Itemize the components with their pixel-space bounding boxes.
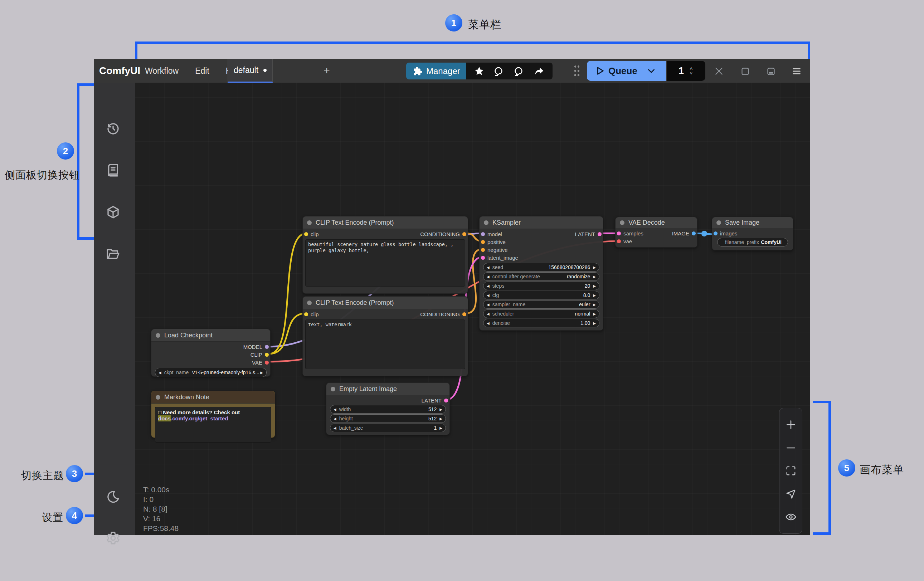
chevron-down-icon[interactable] bbox=[647, 66, 656, 76]
node-header[interactable]: Save Image bbox=[712, 217, 793, 228]
node-markdown-note[interactable]: Markdown Note □ Need more details? Check… bbox=[151, 391, 275, 438]
node-header[interactable]: CLIP Text Encode (Prompt) bbox=[303, 296, 468, 309]
widget-control-after-generate[interactable]: ◀control after generaterandomize▶ bbox=[483, 272, 599, 281]
manager-button[interactable]: Manager bbox=[406, 63, 466, 79]
input-port-latent-image[interactable] bbox=[481, 256, 485, 260]
queue-button[interactable]: Queue bbox=[587, 61, 666, 81]
output-port-latent[interactable] bbox=[597, 232, 602, 236]
widget-denoise[interactable]: ◀denoise1.00▶ bbox=[483, 319, 599, 328]
menu-workflow[interactable]: Workflow bbox=[145, 66, 178, 76]
increment-arrow-icon[interactable]: ▶ bbox=[593, 275, 596, 279]
decrement-arrow-icon[interactable]: ◀ bbox=[333, 417, 337, 421]
pan-mode-icon[interactable] bbox=[784, 487, 797, 500]
widget-batch-size[interactable]: ◀batch_size1▶ bbox=[330, 424, 446, 432]
node-header[interactable]: Markdown Note bbox=[151, 391, 275, 403]
sidebar-node-library-button[interactable] bbox=[104, 162, 122, 179]
decrement-arrow-icon[interactable]: ◀ bbox=[487, 293, 490, 297]
hamburger-menu-icon[interactable] bbox=[789, 64, 804, 78]
increment-arrow-icon[interactable]: ▶ bbox=[439, 426, 442, 430]
output-port-latent[interactable] bbox=[444, 398, 448, 402]
collapse-dot-icon[interactable] bbox=[156, 395, 160, 400]
node-clip-text-encode-negative[interactable]: CLIP Text Encode (Prompt) clip CONDITION… bbox=[302, 296, 468, 376]
decrement-arrow-icon[interactable]: ◀ bbox=[158, 370, 162, 375]
input-port-negative[interactable] bbox=[481, 248, 485, 252]
input-port-vae[interactable] bbox=[617, 239, 621, 243]
collapse-dot-icon[interactable] bbox=[307, 301, 312, 305]
node-empty-latent-image[interactable]: Empty Latent Image LATENT ◀width512▶ ◀he… bbox=[326, 382, 450, 435]
widget-height[interactable]: ◀height512▶ bbox=[330, 414, 446, 423]
theme-toggle-button[interactable] bbox=[104, 488, 122, 505]
widget-filename-prefix[interactable]: filename_prefixComfyUI bbox=[717, 238, 788, 247]
star-icon[interactable] bbox=[471, 64, 487, 78]
prompt-textarea[interactable]: beautiful scenery nature glass bottle la… bbox=[305, 239, 465, 286]
increment-arrow-icon[interactable]: ▶ bbox=[260, 370, 263, 375]
decrement-arrow-icon[interactable]: ◀ bbox=[487, 312, 490, 316]
node-header[interactable]: Empty Latent Image bbox=[327, 383, 449, 395]
widget-cfg[interactable]: ◀cfg8.0▶ bbox=[483, 291, 599, 300]
node-save-image[interactable]: Save Image images filename_prefixComfyUI bbox=[712, 217, 794, 250]
increment-arrow-icon[interactable]: ▶ bbox=[593, 303, 596, 306]
new-workflow-button[interactable]: + bbox=[320, 59, 334, 82]
increment-arrow-icon[interactable]: ▶ bbox=[593, 284, 596, 288]
increment-arrow-icon[interactable]: ▶ bbox=[593, 293, 596, 297]
sidebar-workflows-button[interactable] bbox=[104, 245, 122, 263]
clear-queue-icon[interactable] bbox=[712, 64, 726, 78]
input-port-images[interactable] bbox=[714, 232, 718, 235]
collapse-dot-icon[interactable] bbox=[156, 333, 160, 338]
graph-canvas[interactable] bbox=[135, 82, 810, 535]
widget-ckpt-name[interactable]: ◀ckpt_namev1-5-pruned-emaonly-fp16.s...▶ bbox=[155, 368, 267, 377]
decrement-arrow-icon[interactable]: ◀ bbox=[487, 265, 490, 269]
decrement-arrow-icon[interactable]: ◀ bbox=[487, 275, 490, 279]
widget-scheduler[interactable]: ◀schedulernormal▶ bbox=[483, 309, 599, 318]
increment-arrow-icon[interactable]: ▶ bbox=[439, 408, 442, 411]
fit-view-icon[interactable] bbox=[784, 464, 797, 477]
increment-arrow-icon[interactable]: ▶ bbox=[593, 312, 596, 316]
workflow-tab-default[interactable]: default bbox=[228, 59, 273, 82]
output-port-conditioning[interactable] bbox=[462, 232, 466, 236]
increment-arrow-icon[interactable]: ▶ bbox=[439, 417, 442, 421]
output-port-image[interactable] bbox=[692, 232, 696, 235]
increment-arrow-icon[interactable]: ▶ bbox=[593, 265, 596, 269]
clean-workflow-icon[interactable] bbox=[491, 64, 507, 78]
collapse-dot-icon[interactable] bbox=[716, 221, 721, 225]
sidebar-queue-history-button[interactable] bbox=[104, 120, 122, 137]
widget-sampler-name[interactable]: ◀sampler_nameeuler▶ bbox=[483, 300, 599, 309]
decrement-arrow-icon[interactable]: ◀ bbox=[487, 284, 490, 288]
spin-down-icon[interactable]: ˅ bbox=[690, 71, 693, 76]
collapse-dot-icon[interactable] bbox=[620, 221, 624, 225]
sidebar-model-library-button[interactable] bbox=[104, 204, 122, 221]
toggle-link-visibility-icon[interactable] bbox=[784, 510, 797, 523]
prompt-textarea[interactable]: text, watermark bbox=[305, 319, 465, 369]
output-port-clip[interactable] bbox=[265, 353, 269, 357]
node-load-checkpoint[interactable]: Load Checkpoint MODEL CLIP VAE ◀ckpt_nam… bbox=[151, 329, 271, 377]
node-header[interactable]: KSampler bbox=[480, 216, 603, 229]
decrement-arrow-icon[interactable]: ◀ bbox=[487, 303, 490, 306]
docs-link[interactable]: docs.comfy.org/get_started bbox=[158, 415, 228, 421]
input-port-positive[interactable] bbox=[481, 240, 485, 244]
output-port-vae[interactable] bbox=[265, 360, 269, 365]
collapse-dot-icon[interactable] bbox=[331, 387, 335, 392]
output-port-model[interactable] bbox=[265, 345, 269, 349]
node-header[interactable]: Load Checkpoint bbox=[151, 329, 270, 342]
clean-workflow-alt-icon[interactable] bbox=[511, 64, 528, 78]
decrement-arrow-icon[interactable]: ◀ bbox=[333, 426, 337, 430]
decrement-arrow-icon[interactable]: ◀ bbox=[487, 321, 490, 325]
increment-arrow-icon[interactable]: ▶ bbox=[593, 321, 596, 325]
collapse-dot-icon[interactable] bbox=[484, 221, 488, 225]
input-port-samples[interactable] bbox=[617, 232, 621, 235]
node-ksampler[interactable]: KSampler model LATENT positive negative … bbox=[479, 216, 603, 331]
toolbar-drag-handle[interactable] bbox=[574, 64, 580, 77]
queue-count-box[interactable]: 1 ˄ ˅ bbox=[667, 61, 705, 81]
input-port-clip[interactable] bbox=[304, 312, 308, 316]
output-port-conditioning[interactable] bbox=[462, 312, 466, 316]
decrement-arrow-icon[interactable]: ◀ bbox=[333, 408, 337, 411]
bottom-panel-icon[interactable] bbox=[764, 64, 778, 78]
widget-seed[interactable]: ◀seed156680208700286▶ bbox=[483, 263, 599, 272]
zoom-in-icon[interactable] bbox=[784, 418, 797, 431]
settings-button[interactable] bbox=[104, 530, 122, 546]
node-clip-text-encode-positive[interactable]: CLIP Text Encode (Prompt) clip CONDITION… bbox=[302, 216, 468, 294]
focus-mode-icon[interactable] bbox=[738, 64, 752, 78]
node-header[interactable]: CLIP Text Encode (Prompt) bbox=[303, 216, 468, 229]
zoom-out-icon[interactable] bbox=[784, 441, 797, 454]
collapse-dot-icon[interactable] bbox=[307, 221, 312, 225]
